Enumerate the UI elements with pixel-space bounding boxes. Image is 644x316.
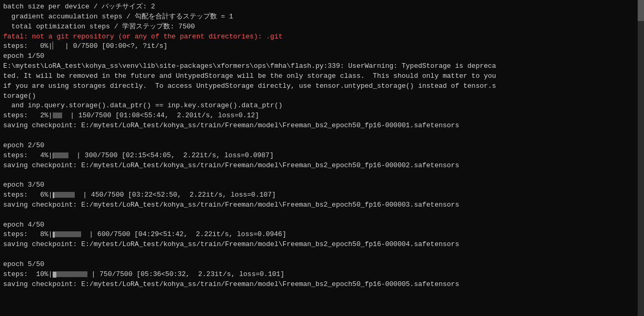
terminal-line: epoch 1/50	[3, 52, 641, 62]
scrollbar[interactable]	[638, 0, 644, 316]
terminal-line: epoch 4/50	[3, 220, 641, 230]
terminal-line: steps: 2%| | 150/7500 [01:08<55:44, 2.20…	[3, 111, 641, 121]
terminal-line: saving checkpoint: E:/mytest/LoRA_test/k…	[3, 280, 641, 290]
terminal-line: if you are using storages directly. To a…	[3, 81, 641, 91]
terminal-line: steps: 6%| | 450/7500 [03:22<52:50, 2.22…	[3, 190, 641, 200]
terminal-line: saving checkpoint: E:/mytest/LoRA_test/k…	[3, 240, 641, 250]
terminal-line: total optimization steps / 学習ステップ数: 7500	[3, 22, 641, 32]
terminal-line: steps: 0%|▏ | 0/7500 [00:00<?, ?it/s]	[3, 42, 641, 52]
terminal-line	[3, 210, 641, 220]
terminal-line: steps: 10%| | 750/7500 [05:36<50:32, 2.2…	[3, 270, 641, 280]
terminal: batch size per device / バッチサイズ: 2 gradie…	[0, 0, 644, 316]
terminal-line: batch size per device / バッチサイズ: 2	[3, 2, 641, 12]
terminal-line	[3, 250, 641, 260]
terminal-line: and inp.query.storage().data_ptr() == in…	[3, 101, 641, 111]
terminal-line: steps: 8%| | 600/7500 [04:29<51:42, 2.22…	[3, 230, 641, 240]
terminal-line: epoch 3/50	[3, 180, 641, 190]
terminal-line: epoch 2/50	[3, 141, 641, 151]
terminal-line: saving checkpoint: E:/mytest/LoRA_test/k…	[3, 200, 641, 210]
terminal-line: saving checkpoint: E:/mytest/LoRA_test/k…	[3, 161, 641, 171]
terminal-line: ted. It will be removed in the future an…	[3, 72, 641, 81]
terminal-line	[3, 170, 641, 180]
terminal-line: torage()	[3, 91, 641, 101]
terminal-line: saving checkpoint: E:/mytest/LoRA_test/k…	[3, 121, 641, 131]
scrollbar-thumb[interactable]	[638, 0, 644, 21]
terminal-line: gradient accumulation steps / 勾配を合計するステッ…	[3, 12, 641, 22]
terminal-line	[3, 131, 641, 141]
terminal-line: fatal: not a git repository (or any of t…	[3, 32, 641, 42]
terminal-line: steps: 4%| | 300/7500 [02:15<54:05, 2.22…	[3, 151, 641, 161]
terminal-line: E:\mytest\LoRA_test\kohya_ss\venv\lib\si…	[3, 62, 641, 72]
terminal-line: epoch 5/50	[3, 260, 641, 270]
